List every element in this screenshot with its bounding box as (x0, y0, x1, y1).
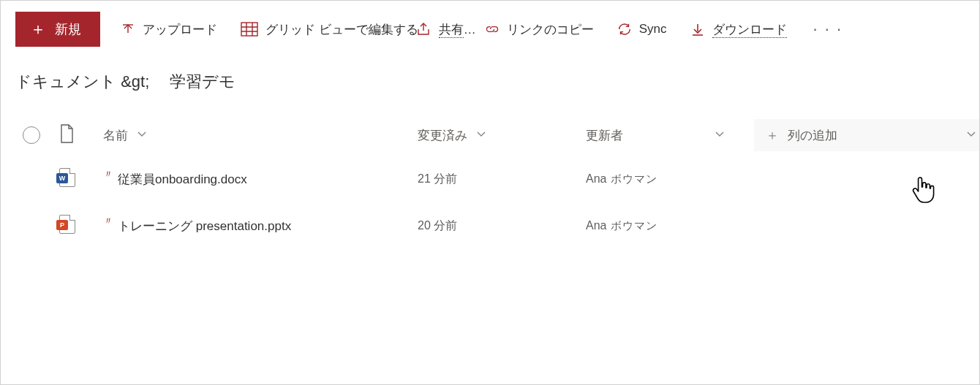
file-list: 名前 変更済み 更新者 ＋ 列の追加 W〃従業員onboarding.docx2 (1, 115, 979, 249)
chevron-down-icon (966, 128, 976, 142)
share-button[interactable]: 共有… (412, 17, 479, 42)
column-header-row: 名前 変更済み 更新者 ＋ 列の追加 (15, 115, 965, 156)
modified-cell: 20 分前 (418, 218, 586, 234)
copy-link-label: リンクのコピー (507, 21, 594, 38)
breadcrumb-root[interactable]: ドキュメント &gt; (15, 71, 149, 93)
select-all-circle[interactable] (23, 126, 40, 144)
share-label: 共有… (439, 21, 476, 38)
svg-rect-0 (241, 23, 257, 36)
plus-icon: ＋ (30, 21, 46, 37)
add-column-button[interactable]: ＋ 列の追加 (754, 119, 980, 151)
modified-by-column-header[interactable]: 更新者 (586, 127, 754, 144)
sync-label: Sync (639, 22, 667, 37)
modified-cell: 21 分前 (418, 172, 586, 187)
chevron-down-icon (715, 128, 725, 142)
sync-icon (617, 22, 632, 37)
breadcrumb: ドキュメント &gt; 学習デモ (1, 58, 979, 115)
modified-by-cell: Anaボウマン (586, 219, 754, 233)
powerpoint-file-icon: P (59, 215, 75, 234)
grid-icon (241, 22, 258, 37)
download-label: ダウンロード (712, 21, 787, 38)
upload-label: アップロード (143, 21, 217, 38)
file-name: 従業員onboarding.docx (118, 171, 247, 188)
file-name-cell[interactable]: 〃トレーニング presentation.pptx (103, 218, 418, 235)
overflow-menu[interactable]: · · · (807, 20, 849, 39)
download-icon (690, 22, 705, 37)
chevron-down-icon (137, 128, 147, 142)
modified-column-header[interactable]: 変更済み (418, 127, 586, 144)
new-button[interactable]: ＋ 新規 (15, 12, 100, 47)
chevron-down-icon (476, 128, 486, 142)
copy-link-button[interactable]: リンクのコピー (482, 17, 597, 42)
upload-icon (121, 22, 135, 37)
plus-icon: ＋ (766, 126, 779, 144)
file-type-header[interactable] (59, 124, 103, 147)
word-file-icon: W (59, 168, 75, 187)
table-row[interactable]: P〃トレーニング presentation.pptx20 分前Anaボウマン (15, 202, 965, 249)
file-name-cell[interactable]: 〃従業員onboarding.docx (103, 171, 418, 188)
toolbar: ＋ 新規 アップロード グリッド ビューで編集する 共有… (1, 1, 979, 58)
grid-edit-button[interactable]: グリッド ビューで編集する (238, 17, 421, 42)
modified-by-cell: Anaボウマン (586, 172, 754, 186)
sync-button[interactable]: Sync (614, 18, 670, 41)
table-row[interactable]: W〃従業員onboarding.docx21 分前Anaボウマン (15, 156, 965, 202)
select-all-cell[interactable] (15, 126, 59, 144)
name-column-header[interactable]: 名前 (103, 127, 418, 144)
breadcrumb-current: 学習デモ (170, 71, 235, 93)
new-indicator-icon: 〃 (103, 168, 113, 181)
file-name: トレーニング presentation.pptx (118, 218, 291, 235)
share-icon (415, 21, 431, 37)
upload-button[interactable]: アップロード (118, 17, 220, 42)
new-indicator-icon: 〃 (103, 215, 113, 228)
new-button-label: 新規 (55, 20, 81, 38)
grid-edit-label: グリッド ビューで編集する (265, 21, 418, 38)
link-icon (485, 22, 500, 37)
download-button[interactable]: ダウンロード (687, 17, 790, 42)
